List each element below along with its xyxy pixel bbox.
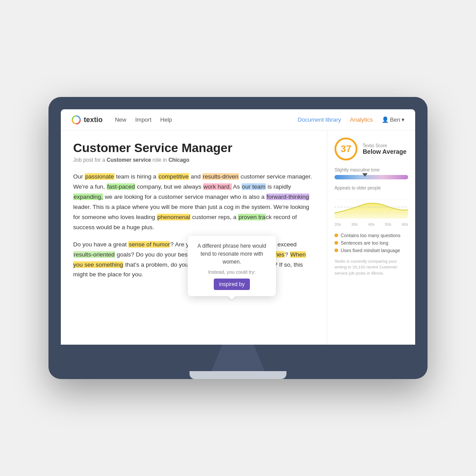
score-info: Textio Score Below Average bbox=[363, 143, 406, 155]
highlight-passionate: passionate bbox=[85, 173, 114, 180]
screen: textio New Import Help Document library … bbox=[61, 109, 415, 345]
monitor-stand-neck bbox=[212, 345, 264, 371]
highlight-our-team: our team bbox=[242, 183, 266, 190]
issue-dot-1 bbox=[335, 234, 338, 237]
user-icon: 👤 bbox=[382, 116, 389, 123]
highlight-proven-track: proven tra bbox=[238, 214, 266, 220]
age-20s: 20s bbox=[335, 222, 341, 227]
age-50s: 50s bbox=[385, 222, 391, 227]
nav-user[interactable]: 👤 Ben ▾ bbox=[382, 116, 405, 123]
highlight-sense-of-humor: sense of humor bbox=[128, 241, 170, 248]
score-label: Textio Score bbox=[363, 143, 406, 148]
highlight-fast-paced: fast-paced bbox=[107, 183, 135, 190]
nav-new[interactable]: New bbox=[115, 116, 126, 123]
highlight-results-driven: results-driven bbox=[202, 173, 239, 180]
nav-import[interactable]: Import bbox=[135, 116, 152, 123]
highlight-results-oriented: results-oriented bbox=[73, 251, 115, 258]
issue-dot-2 bbox=[335, 241, 338, 245]
score-status: Below Average bbox=[363, 148, 406, 155]
age-40s: 40s bbox=[368, 222, 375, 227]
appeal-chart bbox=[335, 193, 408, 219]
tooltip-box: A different phrase here would tend to re… bbox=[188, 236, 276, 296]
logo-icon bbox=[71, 115, 81, 125]
tooltip-sub-label: Instead, you could try: bbox=[195, 268, 269, 276]
age-60s: 60s bbox=[402, 222, 408, 227]
paragraph-1: Our passionate team is hiring a competit… bbox=[73, 172, 315, 233]
highlight-forward-thinking: forward-thinking bbox=[266, 193, 309, 200]
score-value: 37 bbox=[341, 143, 351, 155]
document-body[interactable]: Our passionate team is hiring a competit… bbox=[73, 172, 315, 280]
issue-item-3: Uses fixed mindset language bbox=[335, 248, 408, 253]
nav-document-library[interactable]: Document library bbox=[298, 116, 341, 123]
compare-text: Textio is currently comparing your writi… bbox=[335, 258, 408, 276]
document-subtitle: Job post for a Customer service role in … bbox=[73, 157, 315, 163]
monitor: textio New Import Help Document library … bbox=[48, 97, 428, 379]
highlight-phenomenal: phenomenal bbox=[157, 214, 190, 220]
score-section: 37 Textio Score Below Average bbox=[335, 138, 408, 160]
age-labels: 20s 30s 40s 50s 60s bbox=[335, 222, 408, 227]
tone-label: Slightly masculine tone bbox=[335, 167, 408, 172]
highlight-expanding: expanding, bbox=[73, 193, 103, 200]
editor-panel[interactable]: Customer Service Manager Job post for a … bbox=[61, 130, 327, 345]
appeal-section: Appeals to older people bbox=[335, 186, 408, 227]
issue-item-2: Sentences are too long bbox=[335, 240, 408, 245]
tone-indicator bbox=[362, 173, 368, 177]
document-title: Customer Service Manager bbox=[73, 141, 315, 155]
tooltip-main-text: A different phrase here would tend to re… bbox=[195, 242, 269, 266]
issue-text-2: Sentences are too long bbox=[341, 240, 388, 245]
tooltip: A different phrase here would tend to re… bbox=[188, 236, 276, 296]
logo-text: textio bbox=[84, 116, 103, 124]
monitor-stand-base bbox=[190, 371, 286, 379]
tooltip-suggestion[interactable]: inspired by bbox=[214, 279, 250, 290]
tone-section: Slightly masculine tone bbox=[335, 167, 408, 179]
main-content: Customer Service Manager Job post for a … bbox=[61, 130, 415, 345]
issue-item-1: Contains too many questions bbox=[335, 233, 408, 238]
issue-text-3: Uses fixed mindset language bbox=[341, 248, 400, 253]
highlight-work-hard: work hard. bbox=[203, 183, 232, 190]
issue-text-1: Contains too many questions bbox=[341, 233, 400, 238]
tone-bar bbox=[335, 175, 408, 179]
score-circle: 37 bbox=[335, 138, 357, 160]
appeal-label: Appeals to older people bbox=[335, 186, 408, 190]
issue-dot-3 bbox=[335, 249, 338, 252]
sidebar: 37 Textio Score Below Average Slightly m… bbox=[327, 130, 415, 345]
nav-analytics[interactable]: Analytics bbox=[350, 116, 373, 123]
nav-help[interactable]: Help bbox=[160, 116, 172, 123]
logo[interactable]: textio bbox=[71, 115, 103, 125]
issues-list: Contains too many questions Sentences ar… bbox=[335, 233, 408, 253]
age-30s: 30s bbox=[351, 222, 358, 227]
chevron-down-icon: ▾ bbox=[402, 116, 405, 123]
highlight-competitive: competitive bbox=[158, 173, 189, 180]
navbar: textio New Import Help Document library … bbox=[61, 109, 415, 130]
